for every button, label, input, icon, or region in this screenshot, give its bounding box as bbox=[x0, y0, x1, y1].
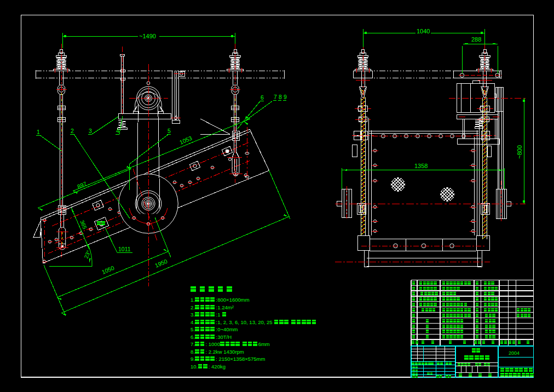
svg-text:288: 288 bbox=[471, 36, 481, 43]
svg-text:: 2150×1358×575mm: : 2150×1358×575mm bbox=[216, 356, 265, 362]
svg-text:8.: 8. bbox=[191, 349, 195, 355]
svg-text:3: 3 bbox=[89, 128, 92, 134]
svg-text:2004: 2004 bbox=[509, 350, 520, 356]
svg-text:7.: 7. bbox=[191, 341, 195, 347]
svg-text:1040: 1040 bbox=[417, 28, 430, 34]
svg-text:: 420kg: : 420kg bbox=[209, 364, 226, 370]
svg-text:1, 2, 3, 6, 10, 13, 20, 25: 1, 2, 3, 6, 10, 13, 20, 25 bbox=[217, 319, 272, 325]
svg-text:1: 1 bbox=[217, 312, 220, 318]
svg-text:1358: 1358 bbox=[414, 163, 428, 169]
svg-text:~1490: ~1490 bbox=[139, 33, 156, 39]
svg-text:4.: 4. bbox=[191, 319, 195, 325]
svg-text:7: 7 bbox=[274, 94, 277, 100]
svg-text:800×1600mm: 800×1600mm bbox=[217, 297, 249, 303]
svg-text:9.: 9. bbox=[191, 356, 195, 362]
svg-text:: 1000: : 1000 bbox=[206, 341, 220, 347]
svg-text:6: 6 bbox=[261, 94, 264, 101]
svg-text:8: 8 bbox=[279, 94, 282, 100]
svg-text:5: 5 bbox=[168, 128, 171, 134]
svg-text:1.24m²: 1.24m² bbox=[217, 304, 234, 310]
svg-text:4: 4 bbox=[116, 128, 119, 134]
svg-text:2: 2 bbox=[71, 128, 74, 134]
svg-text:6.: 6. bbox=[191, 334, 195, 340]
svg-text:6mm: 6mm bbox=[258, 341, 270, 347]
svg-text:~800: ~800 bbox=[516, 145, 523, 159]
svg-text:0~40mm: 0~40mm bbox=[217, 326, 238, 332]
svg-text:1011: 1011 bbox=[118, 246, 131, 252]
svg-text:10.: 10. bbox=[191, 364, 198, 370]
svg-text:3.: 3. bbox=[191, 312, 195, 318]
svg-text:30T/H: 30T/H bbox=[217, 334, 232, 340]
svg-text:: 2.2kw 1430rpm: : 2.2kw 1430rpm bbox=[206, 349, 244, 355]
svg-text:2.: 2. bbox=[191, 304, 195, 310]
svg-text:9: 9 bbox=[284, 94, 287, 100]
svg-text:5.: 5. bbox=[191, 326, 195, 332]
svg-text:1: 1 bbox=[37, 129, 40, 135]
svg-text:1.: 1. bbox=[191, 297, 195, 303]
